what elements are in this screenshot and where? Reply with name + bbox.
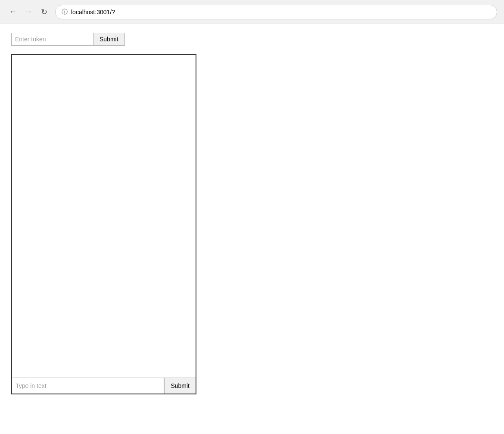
page-content: Submit Submit bbox=[0, 24, 504, 434]
message-box-container: Submit bbox=[11, 54, 196, 394]
url-text: localhost:3001/? bbox=[71, 9, 115, 16]
back-button[interactable]: ← bbox=[7, 6, 19, 18]
reload-button[interactable]: ↻ bbox=[38, 6, 50, 18]
token-row: Submit bbox=[11, 33, 493, 46]
browser-chrome: ← → ↻ ⓘ localhost:3001/? bbox=[0, 0, 504, 24]
nav-buttons: ← → ↻ bbox=[7, 6, 50, 18]
token-submit-button[interactable]: Submit bbox=[93, 33, 125, 46]
message-submit-button[interactable]: Submit bbox=[164, 378, 196, 394]
forward-button[interactable]: → bbox=[22, 6, 34, 18]
info-icon: ⓘ bbox=[62, 8, 68, 16]
address-bar[interactable]: ⓘ localhost:3001/? bbox=[55, 5, 497, 19]
token-input[interactable] bbox=[11, 33, 93, 46]
message-area[interactable] bbox=[12, 55, 196, 378]
message-input-row: Submit bbox=[12, 378, 196, 394]
message-input[interactable] bbox=[12, 378, 164, 394]
